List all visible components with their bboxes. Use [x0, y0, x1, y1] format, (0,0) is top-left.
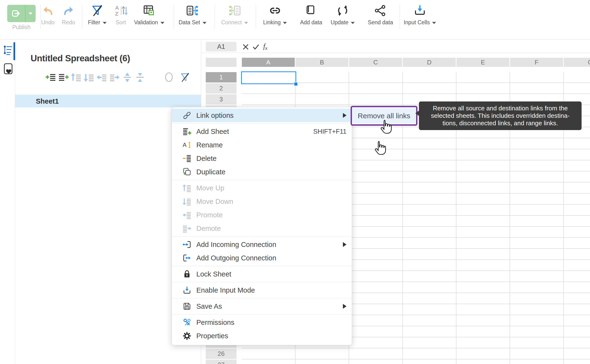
- menu-separator: [172, 266, 352, 266]
- fill-handle[interactable]: [294, 82, 298, 86]
- menu-item-move-down[interactable]: Move Down: [172, 195, 352, 208]
- menu-item-lock-sheet[interactable]: Lock Sheet: [172, 267, 352, 281]
- menu-item-label: Move Down: [196, 198, 233, 206]
- validation-caret-icon: [160, 22, 164, 24]
- menu-item-add-sheet[interactable]: Add Sheet SHIFT+F11: [172, 125, 352, 138]
- menu-item-delete[interactable]: Delete: [172, 152, 352, 165]
- move-sheet-up-button[interactable]: [71, 72, 82, 83]
- submenu-item-remove-all-links[interactable]: Remove all links: [351, 106, 418, 126]
- column-header-C[interactable]: C: [349, 58, 402, 67]
- menu-item-rename[interactable]: A Rename: [172, 138, 352, 152]
- menu-item-add-incoming-connection[interactable]: Add Incoming Connection: [172, 238, 352, 251]
- validation-label: Validation: [134, 19, 158, 26]
- menu-item-move-up[interactable]: Move Up: [172, 181, 352, 195]
- move-down-icon: [182, 197, 192, 206]
- send-data-label: Send data: [368, 19, 393, 26]
- tooltip-arrow: [415, 110, 419, 116]
- menu-item-link-options[interactable]: Link options: [172, 109, 352, 122]
- input-cells-caret-icon: [432, 22, 436, 24]
- update-icon: [336, 4, 349, 17]
- cancel-entry-icon[interactable]: [242, 43, 249, 51]
- column-header-E[interactable]: E: [457, 58, 509, 67]
- menu-item-properties[interactable]: Properties: [172, 329, 352, 343]
- toolbar-send-data[interactable]: Send data: [358, 4, 403, 26]
- select-all-corner[interactable]: [206, 58, 237, 67]
- move-sheet-down-button[interactable]: [84, 72, 95, 83]
- outgoing-connection-icon: [182, 254, 192, 263]
- collapse-rows-button[interactable]: [134, 72, 146, 83]
- connect-caret-icon: [244, 22, 248, 24]
- menu-item-permissions[interactable]: Permissions: [172, 316, 352, 329]
- insert-function-icon[interactable]: fx: [263, 42, 268, 51]
- menu-item-save-as[interactable]: A Save As: [172, 299, 352, 313]
- expand-rows-button[interactable]: [122, 72, 133, 83]
- connect-icon: [228, 4, 241, 17]
- sheet-name-label: Sheet1: [36, 97, 59, 105]
- tooltip-line: tions, disconnected links, and range lin…: [421, 119, 579, 127]
- data-set-icon: [186, 4, 199, 17]
- rename-icon: A: [182, 140, 192, 150]
- favorites-tab[interactable]: [3, 63, 13, 76]
- row-header-1[interactable]: 1: [206, 72, 237, 83]
- data-set-caret-icon: [203, 22, 206, 24]
- input-cells-label: Input Cells: [404, 19, 430, 26]
- publish-icon[interactable]: [7, 5, 26, 22]
- menu-item-promote[interactable]: Promote: [172, 208, 352, 222]
- menu-item-label: Promote: [196, 211, 223, 219]
- send-data-icon: [374, 4, 387, 17]
- remove-all-links-label: Remove all links: [353, 108, 415, 124]
- svg-text:A: A: [115, 5, 119, 11]
- sheet-tab-sheet1[interactable]: Sheet1: [15, 95, 201, 107]
- sheet-hierarchy-tab[interactable]: [3, 45, 13, 57]
- input-cells-icon: [413, 4, 427, 17]
- row-header-2[interactable]: 2: [206, 83, 237, 93]
- column-header-D[interactable]: D: [403, 58, 456, 67]
- menu-item-label: Add Incoming Connection: [196, 241, 276, 249]
- submenu-arrow-icon: [343, 113, 346, 118]
- row-header-3[interactable]: 3: [206, 94, 237, 104]
- add-sheet-below-button[interactable]: [58, 72, 69, 83]
- menu-item-enable-input-mode[interactable]: Enable Input Mode: [172, 283, 352, 297]
- update-label: Update: [331, 19, 348, 26]
- column-header-B[interactable]: B: [295, 58, 348, 67]
- cell-reference-box[interactable]: A1: [206, 42, 237, 52]
- add-data-icon: [304, 4, 318, 17]
- sort-label: Sort: [116, 19, 126, 26]
- input-mode-icon: [182, 286, 192, 295]
- incoming-connection-icon: [182, 240, 192, 249]
- svg-text:A: A: [183, 142, 187, 148]
- add-sheet-above-button[interactable]: [45, 72, 56, 83]
- confirm-entry-icon[interactable]: [252, 43, 259, 51]
- menu-item-add-outgoing-connection[interactable]: Add Outgoing Connection: [172, 251, 352, 265]
- linking-caret-icon: [283, 22, 287, 24]
- hierarchy-tree-icon: [3, 45, 13, 56]
- column-header-G[interactable]: G: [564, 58, 590, 67]
- svg-text:A: A: [186, 306, 188, 309]
- toolbar-data-set[interactable]: Data Set: [170, 4, 215, 26]
- column-header-F[interactable]: F: [510, 58, 563, 67]
- column-header-A[interactable]: A: [242, 58, 295, 67]
- submenu-arrow-icon: [343, 242, 346, 247]
- menu-item-duplicate[interactable]: Duplicate: [172, 165, 352, 179]
- tooltip-line: selected sheets. This includes overridde…: [421, 112, 579, 119]
- formula-bar-divider: [201, 53, 590, 53]
- menu-item-label: Demote: [196, 225, 221, 233]
- menu-item-label: Rename: [196, 141, 223, 149]
- demote-icon: [182, 224, 192, 233]
- record-circle-button[interactable]: [164, 72, 175, 83]
- toolbar-input-cells[interactable]: Input Cells: [397, 4, 443, 26]
- row-header-27[interactable]: 27: [206, 360, 237, 364]
- menu-item-demote[interactable]: Demote: [172, 222, 352, 235]
- row-header-26[interactable]: 26: [206, 349, 237, 359]
- demote-sheet-button[interactable]: [109, 72, 120, 83]
- linking-label: Linking: [263, 19, 281, 26]
- toolbar-validation[interactable]: Validation: [126, 4, 172, 26]
- promote-sheet-button[interactable]: [96, 72, 107, 83]
- toolbar-connect[interactable]: Connect: [212, 4, 258, 26]
- sheet-filter-button[interactable]: [179, 72, 191, 83]
- lock-icon: [182, 270, 192, 279]
- menu-separator: [172, 282, 352, 282]
- move-up-icon: [182, 183, 192, 193]
- menu-separator: [172, 180, 352, 180]
- selected-cell-a1[interactable]: [241, 72, 296, 84]
